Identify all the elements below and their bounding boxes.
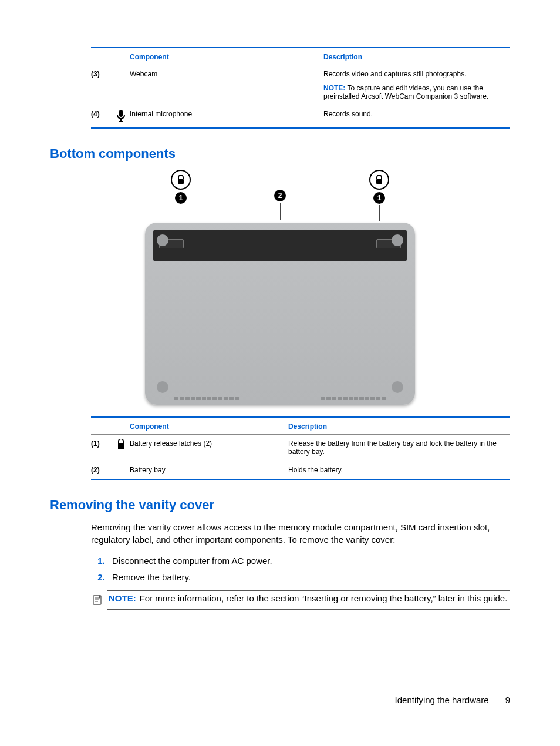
latch-icon — [112, 439, 130, 456]
section-heading-vanity-cover: Removing the vanity cover — [50, 498, 510, 513]
callout-badge: 1 — [175, 192, 187, 204]
table-row: (2) Battery bay Holds the battery. — [91, 461, 510, 479]
intro-paragraph: Removing the vanity cover allows access … — [91, 521, 510, 546]
header-component: Component — [130, 422, 288, 431]
component-table-bottom: Component Description (1) Battery releas… — [91, 416, 510, 480]
battery-bay-graphic — [153, 230, 407, 261]
table-row: (3) Webcam Records video and captures st… — [91, 65, 510, 105]
component-table-top: Component Description (3) Webcam Records… — [91, 47, 510, 129]
row-number: (2) — [91, 466, 112, 474]
callout-badge: 2 — [274, 190, 286, 201]
table-header-row: Component Description — [91, 418, 510, 435]
component-name: Battery release latches (2) — [130, 439, 288, 456]
footer-section: Identifying the hardware — [395, 695, 489, 705]
svg-rect-4 — [376, 179, 382, 184]
note-icon — [92, 594, 103, 607]
component-description: Records sound. — [323, 110, 510, 123]
steps-list: Disconnect the computer from AC power. R… — [91, 554, 510, 584]
note-box: NOTE:For more information, refer to the … — [107, 590, 510, 610]
list-item: Remove the battery. — [107, 570, 510, 584]
svg-rect-5 — [118, 443, 124, 449]
header-component: Component — [130, 53, 323, 61]
note-label: NOTE: — [109, 593, 136, 603]
header-description: Description — [323, 53, 510, 61]
svg-rect-0 — [119, 110, 123, 117]
component-name: Battery bay — [130, 466, 288, 474]
laptop-bottom-chassis — [145, 223, 415, 405]
note-text: For more information, refer to the secti… — [140, 593, 508, 603]
note-label: NOTE: — [323, 84, 345, 92]
table-row: (4) Internal microphone Records sound. — [91, 105, 510, 127]
lock-icon — [369, 170, 389, 190]
page-number: 9 — [505, 695, 510, 705]
header-description: Description — [288, 422, 510, 431]
section-heading-bottom-components: Bottom components — [50, 146, 510, 162]
callout-badge: 1 — [373, 192, 385, 204]
component-name: Internal microphone — [130, 110, 323, 123]
component-description: Holds the battery. — [288, 466, 510, 474]
page-footer: Identifying the hardware 9 — [395, 695, 510, 705]
row-number: (1) — [91, 439, 112, 456]
component-name: Webcam — [130, 70, 323, 100]
component-description: Release the battery from the battery bay… — [288, 439, 510, 456]
list-item: Disconnect the computer from AC power. — [107, 554, 510, 568]
figure-bottom-view: 1 2 1 — [50, 170, 510, 405]
table-row: (1) Battery release latches (2) Release … — [91, 435, 510, 461]
microphone-icon — [112, 110, 130, 123]
row-number: (3) — [91, 70, 112, 100]
document-page: Component Description (3) Webcam Records… — [0, 0, 560, 746]
svg-rect-3 — [178, 179, 184, 184]
lock-icon — [171, 170, 191, 190]
row-number: (4) — [91, 110, 112, 123]
component-description: Records video and captures still photogr… — [323, 70, 510, 100]
table-header-row: Component Description — [91, 48, 510, 65]
note-text: To capture and edit videos, you can use … — [323, 84, 488, 100]
